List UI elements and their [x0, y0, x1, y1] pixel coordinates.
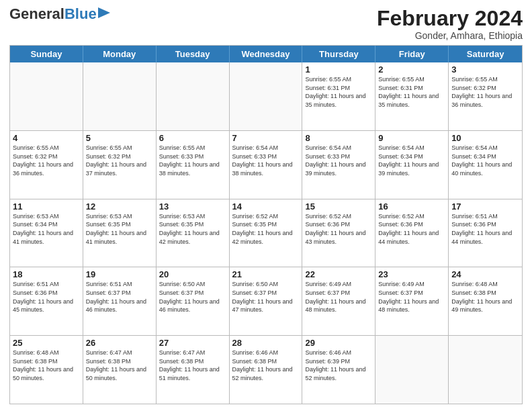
calendar-cell: 20Sunrise: 6:50 AM Sunset: 6:37 PM Dayli…: [157, 267, 230, 335]
calendar-cell: 10Sunrise: 6:54 AM Sunset: 6:34 PM Dayli…: [449, 131, 522, 199]
day-info: Sunrise: 6:46 AM Sunset: 6:38 PM Dayligh…: [232, 349, 300, 382]
calendar-cell: 28Sunrise: 6:46 AM Sunset: 6:38 PM Dayli…: [230, 336, 303, 404]
day-number: 16: [378, 201, 445, 212]
calendar-cell: [10, 62, 83, 130]
calendar-cell: 12Sunrise: 6:53 AM Sunset: 6:35 PM Dayli…: [83, 199, 157, 267]
calendar-cell: 27Sunrise: 6:47 AM Sunset: 6:38 PM Dayli…: [157, 336, 230, 404]
day-info: Sunrise: 6:54 AM Sunset: 6:33 PM Dayligh…: [232, 144, 300, 177]
day-number: 29: [305, 338, 372, 348]
calendar-cell: 5Sunrise: 6:55 AM Sunset: 6:32 PM Daylig…: [83, 131, 157, 199]
calendar-cell: 15Sunrise: 6:52 AM Sunset: 6:36 PM Dayli…: [302, 199, 375, 267]
day-number: 23: [378, 269, 445, 279]
day-number: 12: [86, 201, 153, 212]
calendar-cell: 18Sunrise: 6:51 AM Sunset: 6:36 PM Dayli…: [10, 267, 83, 335]
day-info: Sunrise: 6:47 AM Sunset: 6:38 PM Dayligh…: [159, 349, 226, 382]
page: GeneralBlue February 2024 Gonder, Amhara…: [0, 0, 532, 411]
day-number: 5: [86, 133, 153, 143]
calendar-week-row: 11Sunrise: 6:53 AM Sunset: 6:34 PM Dayli…: [10, 199, 522, 267]
day-number: 8: [305, 133, 372, 143]
calendar-header-cell: Tuesday: [157, 46, 230, 62]
day-number: 10: [451, 133, 519, 143]
subtitle: Gonder, Amhara, Ethiopia: [377, 30, 523, 41]
calendar-header-cell: Thursday: [302, 46, 375, 62]
day-info: Sunrise: 6:53 AM Sunset: 6:35 PM Dayligh…: [159, 212, 226, 246]
day-info: Sunrise: 6:55 AM Sunset: 6:32 PM Dayligh…: [13, 144, 80, 177]
day-info: Sunrise: 6:54 AM Sunset: 6:33 PM Dayligh…: [305, 144, 372, 177]
day-info: Sunrise: 6:49 AM Sunset: 6:37 PM Dayligh…: [378, 280, 445, 314]
calendar-week-row: 25Sunrise: 6:48 AM Sunset: 6:38 PM Dayli…: [10, 335, 522, 404]
day-info: Sunrise: 6:51 AM Sunset: 6:36 PM Dayligh…: [451, 212, 519, 246]
calendar-header-cell: Sunday: [10, 46, 83, 62]
calendar-cell: 17Sunrise: 6:51 AM Sunset: 6:36 PM Dayli…: [449, 199, 522, 267]
calendar-cell: 8Sunrise: 6:54 AM Sunset: 6:33 PM Daylig…: [302, 131, 375, 199]
calendar-cell: [449, 336, 522, 404]
day-number: 2: [378, 64, 445, 75]
day-number: 24: [451, 269, 519, 279]
day-info: Sunrise: 6:48 AM Sunset: 6:38 PM Dayligh…: [13, 349, 80, 382]
calendar-cell: 6Sunrise: 6:55 AM Sunset: 6:33 PM Daylig…: [157, 131, 230, 199]
calendar-cell: 16Sunrise: 6:52 AM Sunset: 6:36 PM Dayli…: [375, 199, 449, 267]
calendar-cell: 23Sunrise: 6:49 AM Sunset: 6:37 PM Dayli…: [375, 267, 449, 335]
day-number: 18: [13, 269, 80, 279]
day-info: Sunrise: 6:50 AM Sunset: 6:37 PM Dayligh…: [159, 280, 226, 314]
calendar-header-cell: Wednesday: [230, 46, 303, 62]
calendar-cell: 22Sunrise: 6:49 AM Sunset: 6:37 PM Dayli…: [302, 267, 375, 335]
logo: GeneralBlue: [9, 7, 110, 21]
day-info: Sunrise: 6:53 AM Sunset: 6:35 PM Dayligh…: [86, 212, 153, 246]
calendar-week-row: 1Sunrise: 6:55 AM Sunset: 6:31 PM Daylig…: [10, 62, 522, 130]
day-info: Sunrise: 6:55 AM Sunset: 6:33 PM Dayligh…: [159, 144, 226, 177]
day-number: 7: [232, 133, 300, 143]
day-info: Sunrise: 6:51 AM Sunset: 6:37 PM Dayligh…: [86, 280, 153, 314]
calendar-cell: 21Sunrise: 6:50 AM Sunset: 6:37 PM Dayli…: [230, 267, 303, 335]
day-info: Sunrise: 6:47 AM Sunset: 6:38 PM Dayligh…: [86, 349, 153, 382]
calendar-cell: 19Sunrise: 6:51 AM Sunset: 6:37 PM Dayli…: [83, 267, 157, 335]
day-number: 1: [305, 64, 372, 75]
day-number: 22: [305, 269, 372, 279]
calendar: SundayMondayTuesdayWednesdayThursdayFrid…: [9, 45, 523, 404]
day-number: 14: [232, 201, 300, 212]
calendar-body: 1Sunrise: 6:55 AM Sunset: 6:31 PM Daylig…: [10, 62, 522, 404]
calendar-cell: 9Sunrise: 6:54 AM Sunset: 6:34 PM Daylig…: [375, 131, 449, 199]
calendar-cell: 25Sunrise: 6:48 AM Sunset: 6:38 PM Dayli…: [10, 336, 83, 404]
logo-text: GeneralBlue: [9, 7, 97, 21]
calendar-cell: 11Sunrise: 6:53 AM Sunset: 6:34 PM Dayli…: [10, 199, 83, 267]
day-info: Sunrise: 6:49 AM Sunset: 6:37 PM Dayligh…: [305, 280, 372, 314]
calendar-cell: 4Sunrise: 6:55 AM Sunset: 6:32 PM Daylig…: [10, 131, 83, 199]
day-number: 11: [13, 201, 80, 212]
day-number: 15: [305, 201, 372, 212]
calendar-cell: 26Sunrise: 6:47 AM Sunset: 6:38 PM Dayli…: [83, 336, 157, 404]
calendar-cell: [375, 336, 449, 404]
calendar-header-cell: Saturday: [449, 46, 522, 62]
day-info: Sunrise: 6:46 AM Sunset: 6:39 PM Dayligh…: [305, 349, 372, 382]
day-info: Sunrise: 6:55 AM Sunset: 6:32 PM Dayligh…: [86, 144, 153, 177]
calendar-cell: [230, 62, 303, 130]
day-info: Sunrise: 6:54 AM Sunset: 6:34 PM Dayligh…: [378, 144, 445, 177]
title-block: February 2024 Gonder, Amhara, Ethiopia: [377, 7, 523, 41]
day-number: 25: [13, 338, 80, 348]
day-number: 17: [451, 201, 519, 212]
day-number: 26: [86, 338, 153, 348]
logo-arrow-icon: [98, 7, 110, 18]
calendar-cell: 13Sunrise: 6:53 AM Sunset: 6:35 PM Dayli…: [157, 199, 230, 267]
day-info: Sunrise: 6:48 AM Sunset: 6:38 PM Dayligh…: [451, 280, 519, 314]
day-number: 13: [159, 201, 226, 212]
month-title: February 2024: [377, 7, 523, 30]
calendar-cell: 1Sunrise: 6:55 AM Sunset: 6:31 PM Daylig…: [302, 62, 375, 130]
day-info: Sunrise: 6:54 AM Sunset: 6:34 PM Dayligh…: [451, 144, 519, 177]
day-info: Sunrise: 6:55 AM Sunset: 6:32 PM Dayligh…: [451, 75, 519, 109]
day-number: 4: [13, 133, 80, 143]
svg-marker-0: [98, 7, 110, 18]
day-info: Sunrise: 6:55 AM Sunset: 6:31 PM Dayligh…: [305, 75, 372, 109]
day-info: Sunrise: 6:55 AM Sunset: 6:31 PM Dayligh…: [378, 75, 445, 109]
day-info: Sunrise: 6:51 AM Sunset: 6:36 PM Dayligh…: [13, 280, 80, 314]
day-info: Sunrise: 6:53 AM Sunset: 6:34 PM Dayligh…: [13, 212, 80, 246]
calendar-cell: 2Sunrise: 6:55 AM Sunset: 6:31 PM Daylig…: [375, 62, 449, 130]
calendar-cell: 3Sunrise: 6:55 AM Sunset: 6:32 PM Daylig…: [449, 62, 522, 130]
calendar-cell: 14Sunrise: 6:52 AM Sunset: 6:35 PM Dayli…: [230, 199, 303, 267]
calendar-header-cell: Monday: [83, 46, 157, 62]
day-number: 6: [159, 133, 226, 143]
calendar-header-cell: Friday: [375, 46, 449, 62]
day-info: Sunrise: 6:52 AM Sunset: 6:35 PM Dayligh…: [232, 212, 300, 246]
day-info: Sunrise: 6:52 AM Sunset: 6:36 PM Dayligh…: [305, 212, 372, 246]
calendar-cell: 24Sunrise: 6:48 AM Sunset: 6:38 PM Dayli…: [449, 267, 522, 335]
